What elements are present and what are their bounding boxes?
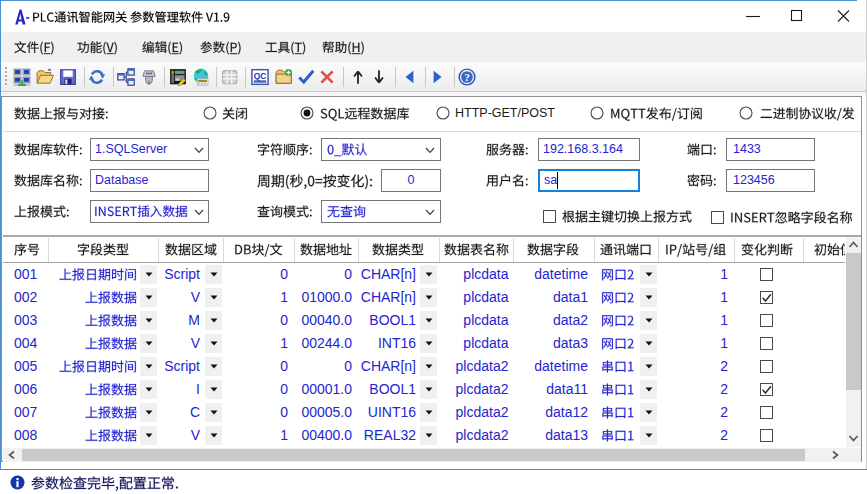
svg-text:QC: QC: [254, 71, 267, 81]
svg-text:?: ?: [464, 71, 470, 83]
